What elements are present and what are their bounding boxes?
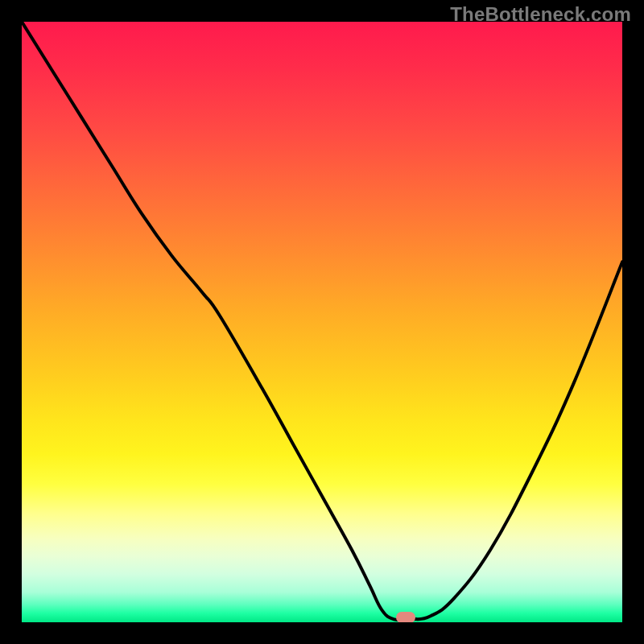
bottleneck-curve — [22, 22, 622, 622]
optimal-point-marker — [396, 612, 415, 622]
chart-frame: TheBottleneck.com — [0, 0, 644, 644]
plot-area — [22, 22, 622, 622]
